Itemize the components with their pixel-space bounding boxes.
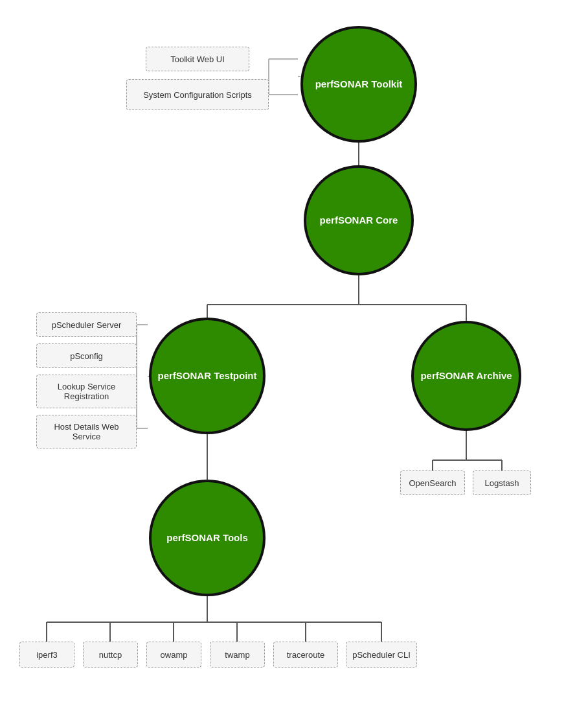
archive-box-opensearch: OpenSearch (400, 471, 465, 495)
testpoint-box-hostdetails: Host Details Web Service (36, 415, 137, 448)
toolkit-box-sysconfig: System Configuration Scripts (126, 79, 269, 110)
tools-box-owamp: owamp (146, 642, 201, 668)
testpoint-box-lookup: Lookup Service Registration (36, 375, 137, 408)
tools-box-nuttcp: nuttcp (83, 642, 138, 668)
testpoint-box-psconfig: pSconfig (36, 343, 137, 368)
tools-node: perfSONAR Tools (149, 480, 266, 596)
diagram: perfSONAR Toolkit perfSONAR Core perfSON… (0, 0, 588, 709)
testpoint-box-pscheduler: pScheduler Server (36, 312, 137, 337)
archive-box-logstash: Logstash (473, 471, 531, 495)
testpoint-node: perfSONAR Testpoint (149, 318, 266, 434)
toolkit-node: perfSONAR Toolkit (300, 26, 417, 143)
tools-box-iperf3: iperf3 (19, 642, 74, 668)
toolkit-box-webui: Toolkit Web UI (146, 47, 249, 71)
archive-node: perfSONAR Archive (411, 321, 521, 431)
core-node: perfSONAR Core (304, 165, 414, 275)
tools-box-traceroute: traceroute (273, 642, 338, 668)
tools-box-twamp: twamp (210, 642, 265, 668)
tools-box-pscheduler-cli: pScheduler CLI (346, 642, 417, 668)
